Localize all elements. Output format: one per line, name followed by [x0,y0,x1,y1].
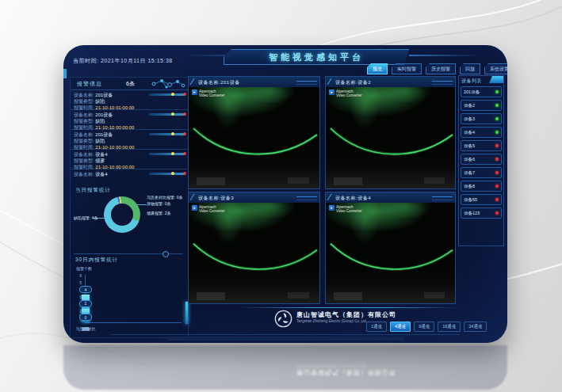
converter-icon: ▸ [329,205,335,211]
bottom-accent-bar [166,337,404,341]
video-cell-2[interactable]: 设备名称:设备2 ▸ AipermachVideo Converter [325,76,456,189]
dashboard-reflection: 唐山智诚电气（集团）有限公司 Tangshan Zhicheng Electri… [63,345,507,390]
status-dot [495,131,499,134]
video-stream: ▸ AipermachVideo Converter [326,87,455,188]
device-row[interactable]: 201设备 [461,86,502,97]
device-row[interactable]: 设备3 [461,113,502,124]
alarm-panel-title: 报警信息 [77,80,102,88]
alarm-severity-slider [149,153,185,155]
scene-structures [326,269,455,303]
device-list-tab[interactable] [489,76,503,83]
alarm-list-item[interactable]: 设备名称: 201设备 报警类型: 缺陷 报警时间: 21-10-10 00:0… [71,130,188,150]
alarm-panel-header: 报警信息 6条 [71,78,188,90]
stream-overlay: ▸ AipermachVideo Converter [329,205,361,213]
monthly-bar-chart: 报警个数 65 43 21 0 4缺陷 2烟雾 0异物 0与历史对比 [74,266,185,334]
alarm-severity-slider [149,133,185,135]
stream-overlay: ▸ AipermachVideo Converter [329,89,361,97]
device-row[interactable]: 设备8 [461,181,502,192]
converter-icon: ▸ [192,89,197,95]
today-stats-title: 当日报警统计 [75,187,111,194]
video-stream: ▸ AipermachVideo Converter [189,87,319,188]
donut-chart [104,196,140,233]
video-header: 设备名称:设备4 [326,192,455,204]
video-stream: ▸ AipermachVideo Converter [326,203,455,303]
device-row[interactable]: 设备123 [461,207,502,219]
status-dot [495,198,499,201]
donut-callout-line [137,204,147,205]
donut-label-history: 与历史对比报警: 0条 [147,195,183,200]
status-dot [495,185,499,188]
status-dot [495,171,499,174]
alarm-severity-slider [149,113,185,116]
alarm-type-value: 缺陷 [95,99,105,104]
status-dot [495,158,499,161]
footer-base-line [111,334,460,335]
video-title: 设备名称:201设备 [198,79,240,86]
edge-notch-decoration [63,69,67,78]
nav-button-settings[interactable]: 系统设置 [484,63,507,74]
video-title: 设备名称:设备2 [335,79,371,86]
channel-button-9[interactable]: 9通道 [414,322,434,332]
converter-icon: ▸ [192,205,197,211]
alarm-type-label: 报警类型: [74,99,94,104]
video-cell-1[interactable]: 设备名称:201设备 ▸ AipermachVideo Converter [188,76,320,189]
device-row[interactable]: 设备5 [461,140,502,151]
device-list-panel: 设备列表 201设备 设备2 设备3 设备4 设备5 设备6 设备7 设备8 设… [458,75,504,246]
stream-overlay: ▸ AipermachVideo Converter [192,89,224,97]
nav-button-history-alarm[interactable]: 历史报警 [426,63,456,74]
device-row[interactable]: 设备2 [461,100,502,111]
alarm-list-item[interactable]: 设备名称: 201设备 报警类型: 缺陷 报警时间: 21-10-10 00:0… [71,110,188,130]
channel-button-24[interactable]: 24通道 [464,322,487,332]
x-axis-line [85,322,182,323]
device-list-title[interactable]: 设备列表 [461,78,482,85]
channel-button-1[interactable]: 1通道 [366,322,387,332]
video-cell-4[interactable]: 设备名称:设备4 ▸ AipermachVideo Converter [325,192,456,304]
alarm-severity-slider [149,173,185,175]
top-nav: 预览 实时报警 历史报警 回放 系统设置 [367,63,507,74]
stream-overlay: ▸ AipermachVideo Converter [192,205,224,213]
device-list: 201设备 设备2 设备3 设备4 设备5 设备6 设备7 设备8 设备55 设… [461,86,502,221]
device-row[interactable]: 设备7 [461,167,502,178]
status-dot [495,144,499,147]
alarm-list-item[interactable]: 设备名称: 设备4 [71,169,188,180]
donut-label-defect: 缺陷报警: 4条 [74,215,98,220]
scene-structures [326,154,455,188]
alarm-list-item[interactable]: 设备名称: 201设备 报警类型: 缺陷 报警时间: 21-10-10 01:0… [71,90,188,110]
status-dot [495,211,499,215]
video-title: 设备名称:设备4 [335,195,371,202]
device-row[interactable]: 设备4 [461,127,502,138]
nav-button-preview[interactable]: 预览 [367,63,388,74]
alarm-severity-slider [149,93,185,96]
system-time: 当前时间: 2021年10月11日 15:15:38 [73,57,173,65]
status-dot [495,90,499,93]
footer-separator-line [238,307,460,308]
channel-button-16[interactable]: 16通道 [438,322,461,332]
video-header: 设备名称:设备3 [189,192,319,204]
nav-button-playback[interactable]: 回放 [460,63,480,74]
donut-label-foreign: 异物报警: 0条 [147,201,171,206]
section-divider [74,253,183,254]
company-logo [274,310,292,328]
alarm-device-value: 201设备 [95,93,113,97]
video-header: 设备名称:设备2 [326,77,455,88]
company-name-en: Tangshan Zhicheng Electric (Group) Co.,L… [296,319,367,323]
panel-accent-bar [185,302,188,324]
video-title: 设备名称:设备3 [198,195,234,202]
company-name-cn: 唐山智诚电气（集团）有限公司 [296,310,396,319]
video-stream: ▸ AipermachVideo Converter [189,203,319,303]
dashboard-panel: 当前时间: 2021年10月11日 15:15:38 智能视觉感知平台 预览 实… [63,45,507,343]
video-cell-3[interactable]: 设备名称:设备3 ▸ AipermachVideo Converter [188,192,320,304]
converter-icon: ▸ [329,89,335,95]
alarm-count-badge: 6条 [126,80,135,88]
nav-button-realtime-alarm[interactable]: 实时报警 [392,63,422,74]
header-line-decoration [409,55,480,56]
channel-button-4[interactable]: 4通道 [390,322,411,332]
channel-layout-switcher: 1通道 4通道 9通道 16通道 24通道 [366,322,487,332]
page-title: 智能视觉感知平台 [224,49,409,65]
device-row[interactable]: 设备6 [461,154,502,165]
device-row[interactable]: 设备55 [461,194,502,205]
alarm-list: 设备名称: 201设备 报警类型: 缺陷 报警时间: 21-10-10 01:0… [71,90,188,180]
scene-structures [189,269,319,303]
alarm-list-item[interactable]: 设备名称: 设备4 报警类型: 烟雾 报警时间: 21-10-10 00:00:… [71,150,188,169]
donut-label-smoke: 烟雾报警: 2条 [147,211,171,215]
